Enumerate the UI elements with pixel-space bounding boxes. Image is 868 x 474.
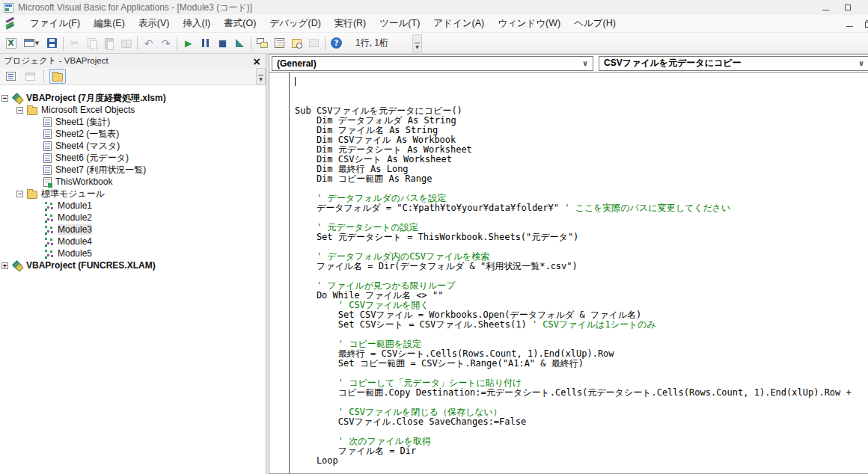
minimize-button[interactable] — [814, 0, 837, 15]
mdi-window-controls — [840, 15, 868, 33]
sheet-icon — [43, 129, 52, 139]
code-line: Set 元データシート = ThisWorkbook.Sheets("元データ"… — [295, 233, 868, 242]
copy-icon — [87, 38, 97, 49]
design-mode-icon — [236, 39, 244, 47]
tree-item-label: Sheet2 (一覧表) — [55, 128, 119, 141]
insert-userform-button[interactable]: ▼ — [19, 35, 43, 52]
tree-item-label: ThisWorkbook — [55, 176, 112, 187]
tree-expander[interactable]: + — [1, 262, 8, 269]
toolbox-button[interactable] — [305, 35, 323, 52]
tree-expander[interactable]: − — [16, 107, 23, 114]
project-explorer-panel: プロジェクト - VBAProject × ▼ −VBAProject (7月度… — [0, 54, 266, 474]
menu-item[interactable]: ファイル(F) — [23, 15, 87, 33]
sheet-icon — [43, 117, 52, 127]
view-excel-button[interactable]: X — [2, 35, 19, 52]
tree-item[interactable]: Module3 — [0, 224, 266, 236]
find-button[interactable] — [117, 35, 135, 52]
properties-window-button[interactable] — [271, 35, 288, 52]
sheet-icon — [43, 165, 52, 175]
toolbar-overflow-button[interactable]: ▼ — [412, 34, 422, 52]
project-explorer-button[interactable] — [254, 35, 271, 52]
chevron-down-icon: ▼ — [259, 76, 263, 81]
project-icon — [12, 93, 22, 103]
reset-button[interactable]: ■ — [214, 35, 231, 52]
object-browser-button[interactable] — [288, 35, 305, 52]
menu-item[interactable]: 書式(O) — [217, 15, 263, 33]
standard-toolbar: X ▼ ✂ ↶ ↷ ▶ ■ ? 1行, 1桁 ▼ — [0, 33, 868, 54]
mdi-minimize-button[interactable] — [840, 22, 859, 27]
tree-item[interactable]: −Microsoft Excel Objects — [0, 104, 266, 116]
project-panel-close-button[interactable]: × — [250, 55, 263, 67]
tree-item[interactable]: +VBAProject (FUNCRES.XLAM) — [0, 259, 266, 271]
tree-item[interactable]: Module4 — [0, 236, 266, 247]
pause-icon — [202, 39, 204, 47]
run-button[interactable]: ▶ — [180, 35, 197, 52]
project-explorer-icon — [257, 38, 268, 48]
toolbar-separator — [177, 37, 177, 50]
menu-item[interactable]: 実行(R) — [328, 15, 373, 33]
menu-item[interactable]: ツール(T) — [373, 15, 427, 33]
object-dropdown[interactable]: (General) ∨ — [272, 56, 593, 71]
menu-item[interactable]: アドイン(A) — [427, 15, 491, 33]
tree-item[interactable]: ThisWorkbook — [0, 176, 266, 188]
view-code-button[interactable] — [2, 69, 19, 84]
code-line: ファイル名 = Dir — [295, 446, 868, 456]
tree-expander[interactable]: − — [16, 191, 23, 197]
tree-item[interactable]: Module1 — [0, 200, 266, 212]
window-controls: × — [814, 0, 868, 15]
tree-item-label: 標準モジュール — [41, 188, 105, 200]
mdi-restore-button[interactable] — [859, 20, 868, 28]
maximize-button[interactable] — [837, 0, 859, 15]
view-code-icon — [6, 72, 16, 81]
tree-item[interactable]: −VBAProject (7月度経費処理.xlsm) — [0, 92, 266, 104]
tree-item-label: Module1 — [58, 200, 92, 211]
tree-item[interactable]: Sheet7 (利用状況一覧) — [0, 164, 266, 176]
folder-icon — [27, 107, 37, 115]
code-line: CSVファイル.Close SaveChanges:=False — [295, 417, 868, 427]
title-bar: Microsoft Visual Basic for Applications … — [0, 0, 868, 15]
tree-item-label: Module4 — [58, 236, 92, 247]
code-editor[interactable]: Sub CSVファイルを元データにコピー() Dim データフォルダ As St… — [290, 73, 868, 473]
tree-item[interactable]: Sheet2 (一覧表) — [0, 128, 266, 140]
module-icon — [43, 236, 54, 247]
binoculars-icon — [120, 40, 132, 47]
code-line: ファイル名 = Dir(データフォルダ & "利用状況一覧*.csv") — [295, 262, 868, 271]
tree-item-label: Module5 — [58, 248, 92, 259]
copy-button[interactable] — [83, 35, 100, 52]
paste-button[interactable] — [100, 35, 117, 52]
tree-item[interactable]: Sheet4 (マスタ) — [0, 140, 266, 152]
tree-item[interactable]: Module2 — [0, 212, 266, 224]
undo-button[interactable]: ↶ — [140, 35, 157, 52]
save-button[interactable] — [43, 35, 61, 52]
mdi-restore-icon — [865, 20, 868, 28]
excel-icon: X — [6, 38, 16, 49]
tree-item[interactable]: Sheet6 (元データ) — [0, 152, 266, 164]
help-button[interactable]: ? — [328, 35, 345, 52]
project-tree: −VBAProject (7月度経費処理.xlsm)−Microsoft Exc… — [0, 85, 266, 474]
procedure-dropdown[interactable]: CSVファイルを元データにコピー ∨ — [599, 56, 868, 71]
tree-item-label: VBAProject (7月度経費処理.xlsm) — [26, 92, 166, 105]
toggle-folders-button[interactable] — [49, 69, 66, 84]
tree-item-label: Sheet7 (利用状況一覧) — [55, 164, 146, 176]
menu-item[interactable]: 挿入(I) — [176, 15, 217, 33]
tree-expander[interactable]: − — [1, 95, 8, 102]
cut-button[interactable]: ✂ — [66, 35, 83, 52]
menu-item[interactable]: ウィンドウ(W) — [491, 15, 567, 33]
tree-item[interactable]: Module5 — [0, 247, 266, 259]
menu-item[interactable]: 表示(V) — [132, 15, 177, 33]
menu-item[interactable]: ヘルプ(H) — [567, 15, 623, 33]
project-toolbar-overflow-button[interactable]: ▼ — [256, 68, 266, 84]
design-mode-button[interactable] — [231, 35, 248, 52]
close-button[interactable]: × — [859, 0, 868, 15]
maximize-icon — [845, 4, 851, 10]
project-panel-toolbar: ▼ — [0, 68, 266, 85]
minimize-icon — [822, 10, 829, 10]
view-object-button[interactable] — [22, 69, 38, 84]
break-button[interactable] — [197, 35, 214, 52]
menu-item[interactable]: 編集(E) — [87, 15, 132, 33]
redo-button[interactable]: ↷ — [157, 35, 174, 52]
menu-item[interactable]: デバッグ(D) — [263, 15, 328, 33]
tree-item[interactable]: Sheet1 (集計) — [0, 116, 266, 128]
tree-item[interactable]: −標準モジュール — [0, 188, 266, 200]
redo-icon: ↷ — [162, 38, 171, 49]
